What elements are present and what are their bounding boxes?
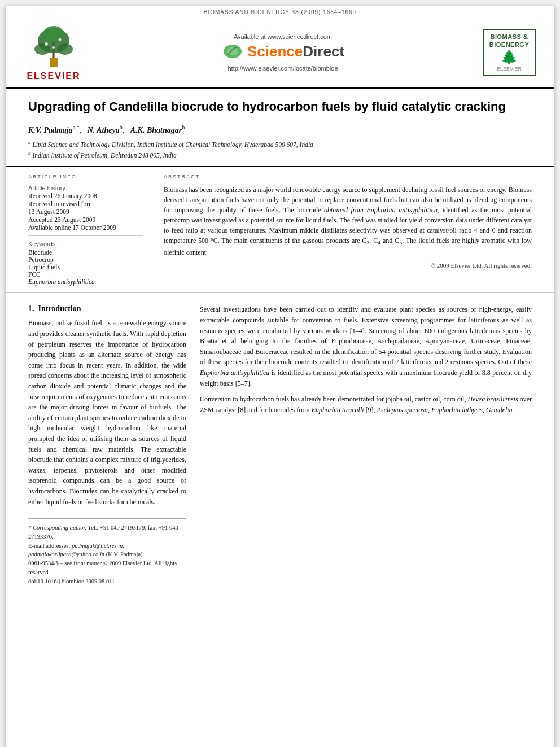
keyword-5: Euphorbia antisyphilitica (28, 278, 143, 285)
abstract-col: ABSTRACT Biomass has been recognized as … (164, 174, 532, 286)
sciencedirect-text: ScienceDirect (247, 43, 344, 60)
biomass-logo-container: BIOMASS & BIOENERGY 🌲 ELSEVIER (475, 24, 543, 81)
header-area: ELSEVIER Available at www.sciencedirect.… (6, 18, 554, 89)
date-accepted: Accepted 23 August 2009 (28, 216, 143, 223)
footnote-issn: 0961-9534/$ – see front matter © 2009 El… (28, 559, 186, 577)
svg-point-4 (57, 43, 73, 55)
author-1-name: K.V. Padmaja (28, 125, 73, 134)
footnote-email: E-mail addresses: padmajak@iict.res.in, … (28, 541, 186, 560)
header-center: Available at www.sciencedirect.com Scien… (96, 24, 470, 81)
biomass-tree-icon: 🌲 (489, 49, 530, 65)
svg-rect-0 (50, 58, 58, 67)
available-text: Available at www.sciencedirect.com (234, 33, 332, 40)
journal-title: BIOMASS AND BIOENERGY 33 (2009) 1664–166… (204, 9, 356, 15)
svg-point-8 (53, 46, 55, 49)
intro-paragraph-left: Biomass, unlike fossil fuel, is a renewa… (28, 318, 186, 507)
section-title: Introduction (38, 304, 81, 313)
keywords-label: Keywords: (28, 241, 143, 247)
intro-paragraph-right-1: Several investigations have been carried… (200, 304, 532, 388)
keyword-2: Petrocrop (28, 256, 143, 263)
article-info-abstract-section: ARTICLE INFO Article history: Received 2… (6, 167, 554, 293)
author-2-name: N. Atheya (88, 125, 120, 134)
svg-point-3 (34, 43, 50, 55)
author-3-sup: b (182, 124, 185, 130)
footnote-area: * Corresponding author. Tel.: +91 040 27… (28, 518, 186, 586)
footnote-doi: doi:10.1016/j.biombioe.2009.08.011 (28, 577, 186, 586)
date-online: Available online 17 October 2009 (28, 224, 143, 231)
affiliation-2: b Indian Institute of Petroleum, Dehradu… (28, 150, 532, 160)
copyright: © 2009 Elsevier Ltd. All rights reserved… (164, 262, 532, 269)
elsevier-logo-container: ELSEVIER (17, 24, 90, 81)
header-url: http://www.elsevier.com/locate/biombioe (228, 65, 338, 72)
svg-point-7 (58, 38, 61, 41)
keyword-4: FCC (28, 271, 143, 278)
journal-line: BIOMASS AND BIOENERGY 33 (2009) 1664–166… (6, 6, 554, 18)
keyword-1: Biocrude (28, 249, 143, 256)
date-received: Received 26 January 2008 (28, 193, 143, 199)
elsevier-tree-icon (28, 24, 79, 69)
main-content: 1. Introduction Biomass, unlike fossil f… (6, 293, 554, 597)
biomass-publisher: ELSEVIER (489, 66, 530, 72)
left-column: 1. Introduction Biomass, unlike fossil f… (28, 304, 186, 586)
affil-sup-a: a (28, 139, 31, 145)
page: BIOMASS AND BIOENERGY 33 (2009) 1664–166… (6, 6, 554, 747)
article-info-label: ARTICLE INFO (28, 174, 143, 181)
author-3-name: A.K. Bhatnagar (130, 125, 182, 134)
authors-line: K.V. Padmajaa,*, N. Atheyab, A.K. Bhatna… (28, 124, 532, 135)
svg-point-6 (45, 42, 48, 46)
affiliations: a Lipid Science and Technology Division,… (28, 139, 532, 160)
article-history-label: Article history: (28, 185, 143, 191)
right-column: Several investigations have been carried… (200, 304, 532, 586)
footnote-corresponding: * Corresponding author. Tel.: +91 040 27… (28, 523, 186, 541)
elsevier-label: ELSEVIER (27, 71, 80, 81)
biomass-box: BIOMASS & BIOENERGY 🌲 ELSEVIER (483, 29, 536, 76)
info-separator (28, 235, 143, 236)
article-title: Upgrading of Candelilla biocrude to hydr… (28, 99, 532, 115)
author-2-sup: b (120, 124, 123, 130)
date-revised-label: Received in revised form (28, 200, 143, 207)
abstract-text: Biomass has been recognized as a major w… (164, 185, 532, 257)
affil-2-text: Indian Institute of Petroleum, Dehradun … (32, 152, 176, 159)
elsevier-logo: ELSEVIER (27, 24, 80, 81)
keyword-3: Liquid fuels (28, 264, 143, 270)
sciencedirect-logo: ScienceDirect (221, 42, 344, 60)
affiliation-1: a Lipid Science and Technology Division,… (28, 139, 532, 150)
abstract-label: ABSTRACT (164, 174, 532, 181)
article-title-section: Upgrading of Candelilla biocrude to hydr… (6, 89, 554, 167)
affil-sup-b: b (28, 150, 31, 156)
date-revised: 13 August 2009 (28, 208, 143, 215)
article-info-col: ARTICLE INFO Article history: Received 2… (28, 174, 152, 286)
intro-paragraph-right-2: Conversion to hydrocarbon fuels has alre… (200, 394, 532, 415)
biomass-title: BIOMASS & (489, 33, 530, 41)
biomass-subtitle: BIOENERGY (489, 41, 530, 48)
section-number: 1. (28, 304, 34, 313)
affil-1-text: Lipid Science and Technology Division, I… (32, 141, 313, 148)
sciencedirect-leaf-icon (221, 42, 244, 60)
introduction-heading: 1. Introduction (28, 304, 186, 313)
author-1-sup: a,* (73, 124, 80, 130)
